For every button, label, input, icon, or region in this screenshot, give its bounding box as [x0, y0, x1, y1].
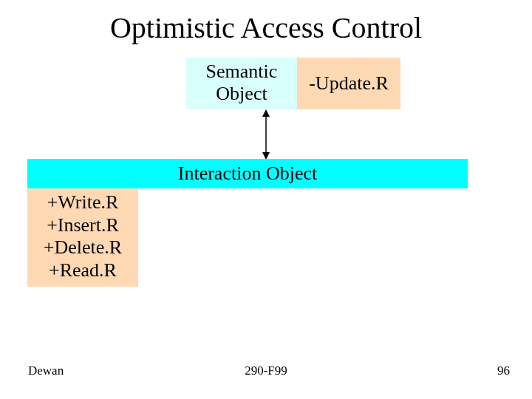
interaction-object-label: Interaction Object — [178, 163, 317, 185]
interaction-object-box: Interaction Object — [27, 159, 468, 188]
minus-rights-box: -Update.R — [297, 58, 400, 109]
svg-marker-1 — [262, 109, 270, 117]
plus-right-delete: +Delete.R — [27, 236, 138, 259]
plus-right-insert: +Insert.R — [27, 214, 138, 237]
semantic-object-label-1: Semantic — [206, 61, 278, 82]
minus-rights-label: -Update.R — [309, 72, 389, 95]
footer-page: 96 — [497, 364, 510, 378]
plus-right-read: +Read.R — [27, 259, 138, 282]
footer-course: 290-F99 — [0, 364, 532, 378]
semantic-object-box: Semantic Object — [186, 58, 297, 109]
plus-right-write: +Write.R — [27, 191, 138, 214]
plus-rights-box: +Write.R +Insert.R +Delete.R +Read.R — [27, 188, 138, 287]
semantic-object-label-2: Object — [216, 83, 267, 104]
slide-title: Optimistic Access Control — [0, 10, 532, 45]
connector-arrow — [259, 109, 273, 160]
slide: Optimistic Access Control Semantic Objec… — [0, 0, 532, 399]
